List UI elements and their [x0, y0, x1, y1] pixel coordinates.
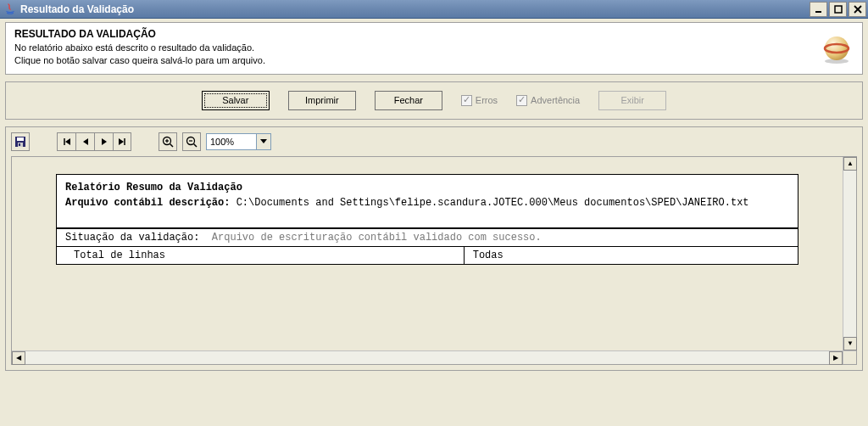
- svg-marker-24: [260, 139, 267, 143]
- svg-marker-15: [119, 138, 124, 145]
- svg-rect-1: [835, 6, 842, 13]
- java-icon: [3, 3, 17, 16]
- last-page-button[interactable]: [113, 132, 131, 151]
- zoom-in-button[interactable]: [159, 132, 177, 151]
- total-value: Todas: [473, 249, 504, 261]
- titlebar[interactable]: Resultado da Validação: [0, 0, 868, 19]
- header-desc: No relatório abaixo está descrito o resu…: [14, 42, 854, 67]
- header-panel: RESULTADO DA VALIDAÇÃO No relatório abai…: [5, 22, 863, 75]
- report-header-block: Relatório Resumo da Validação Arquivo co…: [57, 175, 798, 229]
- close-dialog-button[interactable]: Fechar: [375, 91, 442, 110]
- total-value-cell: Todas: [465, 247, 798, 264]
- zoom-out-button[interactable]: [182, 132, 201, 151]
- close-button[interactable]: [849, 2, 866, 17]
- svg-marker-12: [65, 138, 70, 145]
- svg-rect-8: [17, 137, 24, 141]
- header-line: No relatório abaixo está descrito o resu…: [14, 42, 854, 54]
- file-value: C:\Documents and Settings\felipe.scandur…: [236, 197, 749, 209]
- status-value: Arquivo de escrituração contábil validad…: [212, 232, 542, 244]
- horizontal-scrollbar[interactable]: ◀ ▶: [12, 350, 843, 364]
- report-file-line: Arquivo contábil descrição: C:\Documents…: [65, 197, 789, 209]
- header-line: Clique no botão salvar caso queira salvá…: [14, 54, 854, 67]
- report-table: Relatório Resumo da Validação Arquivo co…: [56, 174, 798, 265]
- errors-label: Erros: [476, 95, 498, 105]
- viewer-content-area: Relatório Resumo da Validação Arquivo co…: [11, 156, 857, 365]
- scroll-up-button[interactable]: ▲: [843, 157, 857, 171]
- total-label: Total de linhas: [74, 249, 165, 261]
- scroll-track[interactable]: [25, 351, 829, 364]
- svg-line-22: [194, 143, 198, 147]
- warning-label: Advertência: [531, 95, 580, 105]
- scroll-left-button[interactable]: ◀: [12, 351, 25, 365]
- scroll-corner: [843, 350, 856, 364]
- report-status-row: Situação da validação: Arquivo de escrit…: [57, 229, 798, 247]
- first-page-button[interactable]: [57, 132, 75, 151]
- errors-checkbox: Erros: [461, 95, 498, 106]
- scroll-track[interactable]: [843, 171, 856, 337]
- scroll-down-button[interactable]: ▼: [843, 337, 857, 350]
- show-button: Exibir: [598, 91, 666, 110]
- print-button[interactable]: Imprimir: [288, 91, 356, 110]
- zoom-input[interactable]: [206, 133, 257, 150]
- vertical-scrollbar[interactable]: ▲ ▼: [843, 157, 856, 350]
- status-label: Situação da validação:: [65, 232, 199, 244]
- next-page-button[interactable]: [94, 132, 113, 151]
- report-page: Relatório Resumo da Validação Arquivo co…: [14, 159, 841, 349]
- checkbox-icon: [461, 95, 472, 106]
- report-viewer: Relatório Resumo da Validação Arquivo co…: [5, 126, 863, 371]
- save-report-button[interactable]: [11, 132, 30, 151]
- svg-point-5: [825, 36, 849, 60]
- window-title: Resultado da Validação: [20, 3, 810, 15]
- svg-line-18: [170, 143, 174, 147]
- report-total-row: Total de linhas Todas: [57, 247, 798, 264]
- status-cell: Situação da validação: Arquivo de escrit…: [57, 229, 798, 246]
- checkbox-icon: [516, 95, 527, 106]
- prev-page-button[interactable]: [75, 132, 94, 151]
- sped-logo-icon: [820, 31, 854, 67]
- report-title: Relatório Resumo da Validação: [65, 182, 789, 193]
- save-button[interactable]: Salvar: [202, 91, 270, 110]
- file-label: Arquivo contábil descrição:: [65, 197, 230, 209]
- zoom-dropdown-button[interactable]: [257, 133, 271, 150]
- svg-rect-10: [19, 143, 20, 146]
- minimize-button[interactable]: [810, 2, 827, 17]
- action-bar: Salvar Imprimir Fechar Erros Advertência…: [5, 81, 863, 120]
- viewer-toolbar: [11, 132, 857, 151]
- maximize-button[interactable]: [829, 2, 847, 17]
- nav-group: [57, 132, 131, 151]
- svg-marker-14: [102, 138, 107, 145]
- zoom-combo[interactable]: [206, 133, 271, 150]
- warning-checkbox: Advertência: [516, 95, 580, 106]
- scroll-right-button[interactable]: ▶: [829, 351, 843, 365]
- total-label-cell: Total de linhas: [57, 247, 465, 264]
- header-title: RESULTADO DA VALIDAÇÃO: [14, 28, 854, 40]
- svg-marker-13: [83, 138, 88, 145]
- window-body: RESULTADO DA VALIDAÇÃO No relatório abai…: [0, 19, 868, 376]
